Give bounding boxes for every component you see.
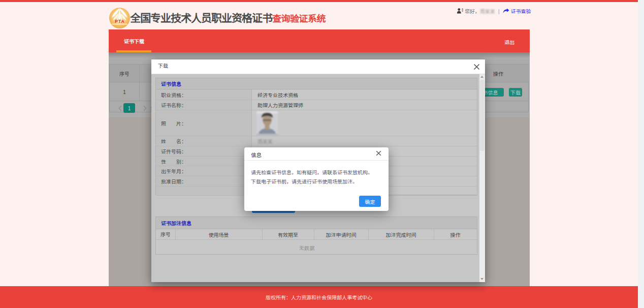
svg-text:PTA: PTA [115,19,124,24]
